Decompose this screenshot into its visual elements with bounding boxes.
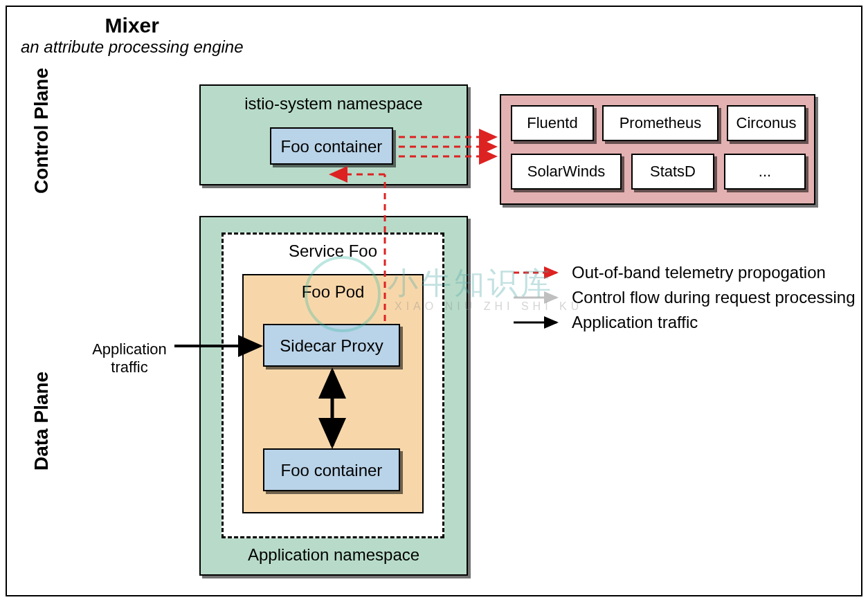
- adapter-prometheus-label: Prometheus: [620, 114, 702, 132]
- mixer-foo-container-label: Foo container: [271, 137, 392, 156]
- control-plane-label: Control Plane: [30, 68, 53, 194]
- application-traffic-label-l1: Application: [78, 340, 181, 358]
- title-subtitle: an attribute processing engine: [21, 37, 244, 57]
- adapter-circonus-label: Circonus: [736, 114, 797, 132]
- adapter-more: ...: [724, 154, 806, 190]
- istio-system-namespace-label: istio-system namespace: [201, 94, 467, 113]
- adapter-more-label: ...: [759, 163, 771, 181]
- title-block: Mixer an attribute processing engine: [21, 14, 244, 57]
- adapter-solarwinds-label: SolarWinds: [527, 163, 605, 181]
- data-plane-label: Data Plane: [30, 372, 53, 471]
- application-traffic-label-l2: traffic: [78, 358, 181, 376]
- adapter-fluentd-label: Fluentd: [527, 114, 577, 132]
- legend-ctrl-text: Control flow during request processing: [572, 288, 856, 307]
- adapter-fluentd: Fluentd: [511, 105, 594, 141]
- adapter-statsd-label: StatsD: [650, 163, 696, 181]
- adapter-statsd: StatsD: [631, 154, 714, 190]
- adapter-solarwinds: SolarWinds: [511, 154, 622, 190]
- legend-app-arrow-icon: [512, 316, 565, 329]
- adapter-circonus: Circonus: [727, 105, 806, 141]
- legend-ctrl: Control flow during request processing: [512, 288, 856, 307]
- foo-pod-label: Foo Pod: [244, 282, 422, 302]
- pod-foo-container-box: Foo container: [263, 448, 400, 491]
- mixer-foo-container-box: Foo container: [270, 127, 393, 165]
- title-main: Mixer: [21, 14, 244, 37]
- pod-foo-container-label: Foo container: [264, 461, 399, 480]
- application-traffic-label: Application traffic: [78, 340, 181, 376]
- legend-app: Application traffic: [512, 313, 698, 332]
- sidecar-proxy-label: Sidecar Proxy: [264, 336, 399, 356]
- adapter-prometheus: Prometheus: [602, 105, 718, 141]
- application-namespace-label: Application namespace: [201, 545, 467, 565]
- legend-app-text: Application traffic: [572, 313, 698, 332]
- legend-oob-text: Out-of-band telemetry propogation: [572, 263, 826, 282]
- legend-oob-arrow-icon: [512, 266, 565, 280]
- sidecar-proxy-box: Sidecar Proxy: [263, 324, 400, 367]
- legend-ctrl-arrow-icon: [512, 291, 565, 304]
- service-foo-label: Service Foo: [224, 241, 442, 261]
- legend-oob: Out-of-band telemetry propogation: [512, 263, 826, 282]
